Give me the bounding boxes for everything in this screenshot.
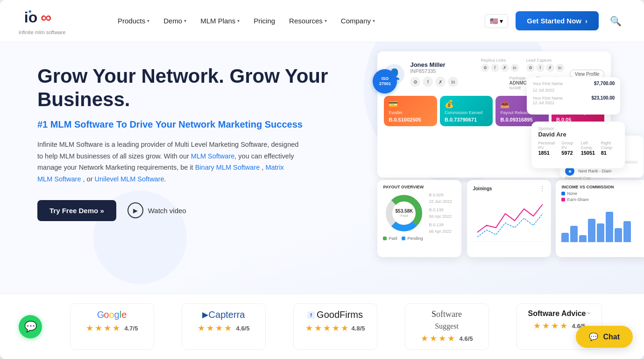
chevron-down-icon: ▾ — [237, 18, 240, 23]
goodfirms-stars: ★★★★★ 4.8/5 — [305, 323, 365, 333]
logo[interactable]: io ∞ infinite mlm software — [19, 7, 93, 35]
nav-demo[interactable]: Demo ▾ — [158, 13, 192, 29]
navbar: io ∞ infinite mlm software Products ▾ De… — [0, 0, 644, 42]
software-suggest-rating: Software Suggest ★★★★★ 4.6/5 — [405, 303, 489, 350]
suggest-stars: ★★★★★ 4.6/5 — [421, 333, 473, 344]
user-id: INP857335 — [410, 68, 475, 74]
sponsor-card: Sponsor David Are Personal PV1851 Group … — [531, 122, 625, 168]
income-commission-chart: INCOME VS COMMISSION None Earn-Share — [556, 180, 644, 257]
goodfirms-rating: f GoodFirms ★★★★★ 4.8/5 — [293, 303, 377, 350]
google-rating: Google ★★★★★ 4.7/5 — [70, 303, 154, 350]
google-logo: G — [97, 309, 104, 320]
try-demo-button[interactable]: Try Free Demo » — [37, 200, 116, 221]
advice-stars: ★★★★★ 4.6/5 — [533, 321, 586, 331]
lead-icon: in — [556, 64, 564, 72]
user-name: Jones Miller — [410, 61, 475, 68]
unilevel-mlm-link[interactable]: Unilevel MLM Software — [95, 175, 164, 183]
hero-heading: Grow Your Network. Grow Your Business. — [37, 65, 335, 111]
get-started-button[interactable]: Get Started Now › — [516, 11, 599, 30]
hero-right: ISO27001 👤 Jones Miller INP857335 ⚙ f ✗ … — [354, 42, 644, 294]
goodfirms-logo: f GoodFirms — [307, 309, 363, 320]
language-selector[interactable]: 🇺🇸 ▾ — [485, 14, 508, 28]
capterra-logo: ▶ Capterra — [202, 309, 245, 320]
whatsapp-icon: 💬 — [24, 321, 37, 333]
nav-right: 🇺🇸 ▾ Get Started Now › 🔍 — [485, 11, 625, 30]
nav-products[interactable]: Products ▾ — [112, 13, 155, 29]
svg-text:∞: ∞ — [41, 8, 51, 25]
svg-point-2 — [29, 10, 31, 12]
joinings-chart: Joinings ⋮ — [467, 180, 551, 257]
link-icon: in — [510, 64, 519, 72]
google-stars: ★★★★★ 4.7/5 — [86, 323, 138, 333]
binary-mlm-link[interactable]: Binary MLM Software — [195, 164, 260, 171]
lead-icon: ✗ — [546, 64, 554, 72]
hero-buttons: Try Free Demo » ▶ Watch video — [37, 200, 335, 221]
play-icon: ▶ — [127, 202, 143, 218]
commission-stat: 💰 Commission Earned B.0.73790671 — [440, 96, 493, 126]
capterra-stars: ★★★★★ 4.6/5 — [198, 323, 250, 333]
lead-icon: f — [536, 64, 545, 72]
hero-section: Grow Your Network. Grow Your Business. #… — [0, 42, 644, 294]
people-card: Your First Name $7,700.00 12 Jul 2022 Yo… — [527, 77, 620, 115]
ewallet-stat: 💳 Ewallet B.0.51002505 — [384, 96, 437, 126]
chat-button[interactable]: 💬 Chat — [576, 326, 633, 348]
chevron-down-icon: ▾ — [373, 18, 375, 23]
chevron-down-icon: ▾ — [147, 18, 149, 23]
nav-links: Products ▾ Demo ▾ MLM Plans ▾ Pricing Re… — [112, 13, 485, 29]
social-icon: ⚙ — [410, 77, 420, 87]
nav-mlm-plans[interactable]: MLM Plans ▾ — [195, 13, 245, 29]
linkedin-icon: in — [448, 77, 458, 87]
mlm-software-link[interactable]: MLM Software — [191, 152, 234, 160]
chevron-down-icon: ▾ — [184, 18, 186, 23]
payout-chart: PAYOUT OVERVIEW $53.58K Paid — [377, 180, 461, 257]
chevron-down-icon: ▾ — [500, 17, 503, 25]
hero-subheading: #1 MLM Software To Drive Your Network Ma… — [37, 118, 335, 130]
chat-icon: 💬 — [589, 332, 598, 341]
ratings-section: 💬 Google ★★★★★ 4.7/5 ▶ Capterra — [0, 294, 644, 359]
hero-left: Grow Your Network. Grow Your Business. #… — [0, 42, 354, 294]
capterra-rating: ▶ Capterra ★★★★★ 4.6/5 — [182, 303, 266, 350]
search-button[interactable]: 🔍 — [606, 12, 625, 30]
nav-company[interactable]: Company ▾ — [335, 13, 381, 29]
whatsapp-button[interactable]: 💬 — [19, 315, 42, 338]
lead-icon: ⚙ — [526, 64, 535, 72]
twitter-icon: ✗ — [435, 77, 446, 87]
link-icon: ✗ — [501, 64, 509, 72]
chevron-down-icon: ▾ — [325, 18, 327, 23]
facebook-icon: f — [423, 77, 433, 87]
hero-description: Infinite MLM Software is a leading provi… — [37, 139, 299, 185]
nav-resources[interactable]: Resources ▾ — [283, 13, 333, 29]
logo-tagline: infinite mlm software — [19, 29, 65, 35]
software-advice-logo: Software Advice™ — [528, 309, 591, 318]
rating-items: Google ★★★★★ 4.7/5 ▶ Capterra ★★★★★ 4.6/… — [28, 303, 616, 350]
watch-video-button[interactable]: ▶ Watch video — [127, 202, 186, 218]
search-icon: 🔍 — [610, 16, 622, 26]
nav-pricing[interactable]: Pricing — [248, 13, 281, 29]
user-info: Jones Miller INP857335 ⚙ f ✗ in — [410, 61, 475, 87]
link-icon: ⚙ — [481, 64, 489, 72]
link-icon: f — [491, 64, 499, 72]
software-suggest-logo: Software — [432, 309, 462, 319]
